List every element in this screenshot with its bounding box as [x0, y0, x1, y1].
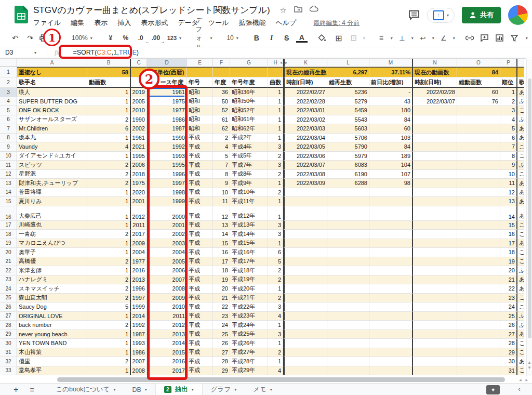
cell-F17[interactable]: 13: [213, 221, 230, 230]
cell-C7[interactable]: 2002: [131, 124, 147, 134]
cell-K22[interactable]: [283, 266, 327, 275]
column-header-O[interactable]: O: [457, 59, 500, 67]
cell-O2[interactable]: 総動画数: [457, 77, 500, 88]
cell-A31[interactable]: 木山裕策: [17, 348, 87, 358]
cell-B9[interactable]: 4: [87, 142, 131, 152]
insert-comment-icon[interactable]: [481, 34, 492, 42]
row-header-24[interactable]: 24: [0, 284, 17, 294]
cell-H23[interactable]: 2: [268, 275, 283, 285]
cell-P29[interactable]: 27: [500, 330, 517, 339]
cell-B1[interactable]: 58: [87, 67, 131, 77]
cell-F12[interactable]: 8: [213, 170, 230, 179]
fill-color-icon[interactable]: [318, 34, 329, 42]
cell-P11[interactable]: 9: [500, 161, 517, 170]
column-header-M[interactable]: M: [369, 59, 413, 67]
cell-B18[interactable]: 2: [87, 230, 131, 239]
cell-F28[interactable]: 24: [213, 321, 230, 330]
cell-L2[interactable]: 総再生数: [327, 77, 369, 88]
cell-O4[interactable]: 76: [457, 97, 500, 107]
cell-K4[interactable]: 2022/02/28: [283, 97, 327, 107]
cell-E25[interactable]: 平成: [187, 294, 213, 303]
cell-B21[interactable]: 2: [87, 257, 131, 267]
cell-H5[interactable]: 1: [268, 106, 283, 115]
cell-N21[interactable]: [413, 257, 457, 267]
row-header-2[interactable]: 2: [0, 77, 17, 88]
cell-F31[interactable]: 27: [213, 348, 230, 358]
cell-N27[interactable]: [413, 312, 457, 321]
row-header-3[interactable]: 3: [0, 88, 17, 97]
cell-M30[interactable]: [369, 339, 413, 348]
cell-K10[interactable]: 2022/03/06: [283, 152, 327, 161]
vertical-scrollbar-thumb[interactable]: [528, 78, 531, 338]
cell-B13[interactable]: 2: [87, 179, 131, 188]
cell-M12[interactable]: 107: [369, 170, 413, 179]
cell-B28[interactable]: 2: [87, 321, 131, 330]
row-header-30[interactable]: 30: [0, 339, 17, 348]
cell-P21[interactable]: 19: [500, 257, 517, 267]
cell-B15[interactable]: 1: [87, 197, 131, 206]
cell-A10[interactable]: ダイアモンド☆ユカイ: [17, 152, 87, 161]
cell-K28[interactable]: [283, 321, 327, 330]
cell-O33[interactable]: [457, 366, 500, 376]
cell-O31[interactable]: [457, 348, 500, 358]
cell-A15[interactable]: 夏川りみ: [17, 197, 87, 206]
cell-E13[interactable]: 平成: [187, 179, 213, 188]
cell-H3[interactable]: 1: [268, 88, 283, 97]
cell-H30[interactable]: 1: [268, 339, 283, 348]
hidden-columns-icon[interactable]: ▸: [285, 60, 287, 65]
cell-A20[interactable]: 奥華子: [17, 248, 87, 257]
row-header-20[interactable]: 20: [0, 248, 17, 257]
cell-L33[interactable]: [327, 366, 369, 376]
cell-H31[interactable]: 2: [268, 348, 283, 358]
cell-M17[interactable]: [369, 221, 413, 230]
cell-F26[interactable]: 22: [213, 302, 230, 312]
cell-N1[interactable]: 現在の動画数: [413, 67, 457, 77]
column-header-P[interactable]: P: [500, 59, 517, 67]
cell-M32[interactable]: [369, 357, 413, 366]
cell-K20[interactable]: [283, 248, 327, 257]
cell-P28[interactable]: 26: [500, 321, 517, 330]
cell-E15[interactable]: 平成: [187, 197, 213, 206]
cell-E8[interactable]: 平成: [187, 134, 213, 143]
cell-H6[interactable]: 1: [268, 115, 283, 125]
cell-K1[interactable]: 現在の総再生数: [283, 67, 327, 77]
cell-N20[interactable]: [413, 248, 457, 257]
text-color-button[interactable]: A: [296, 34, 308, 43]
cell-B20[interactable]: 1: [87, 248, 131, 257]
cell-N14[interactable]: [413, 188, 457, 198]
cell-E6[interactable]: 昭和: [187, 115, 213, 125]
cell-C6[interactable]: 1990: [131, 115, 147, 125]
cell-F18[interactable]: 14: [213, 230, 230, 239]
cell-P1[interactable]: [500, 67, 517, 77]
cell-O21[interactable]: [457, 257, 500, 267]
cell-P12[interactable]: 10: [500, 170, 517, 179]
sheet-tab-menu-icon[interactable]: ▾: [145, 387, 147, 392]
cell-O29[interactable]: [457, 330, 500, 339]
cell-P2[interactable]: 順位: [500, 77, 517, 88]
cell-P32[interactable]: 30: [500, 357, 517, 366]
cell-F1[interactable]: [213, 67, 230, 77]
cell-E11[interactable]: 平成: [187, 161, 213, 170]
cell-C20[interactable]: 2004: [131, 248, 147, 257]
cell-L17[interactable]: [327, 221, 369, 230]
cell-C25[interactable]: 1997: [131, 294, 147, 303]
cell-M21[interactable]: [369, 257, 413, 267]
cell-F8[interactable]: 2: [213, 134, 230, 143]
cell-O26[interactable]: [457, 302, 500, 312]
cell-E5[interactable]: 昭和: [187, 106, 213, 115]
cell-B4[interactable]: 1: [87, 97, 131, 107]
cell-N18[interactable]: [413, 230, 457, 239]
cell-O20[interactable]: [457, 248, 500, 257]
cell-G23[interactable]: 平成19年: [230, 275, 268, 285]
cell-O17[interactable]: [457, 221, 500, 230]
cell-K23[interactable]: [283, 275, 327, 285]
cell-O8[interactable]: [457, 134, 500, 143]
cell-E32[interactable]: 平成: [187, 357, 213, 366]
cell-N8[interactable]: [413, 134, 457, 143]
cell-N29[interactable]: [413, 330, 457, 339]
decrease-decimal-button[interactable]: .0←: [135, 34, 147, 42]
cell-E9[interactable]: 平成: [187, 142, 213, 152]
cell-F21[interactable]: 17: [213, 257, 230, 267]
cell-O24[interactable]: [457, 284, 500, 294]
cell-B11[interactable]: 2: [87, 161, 131, 170]
